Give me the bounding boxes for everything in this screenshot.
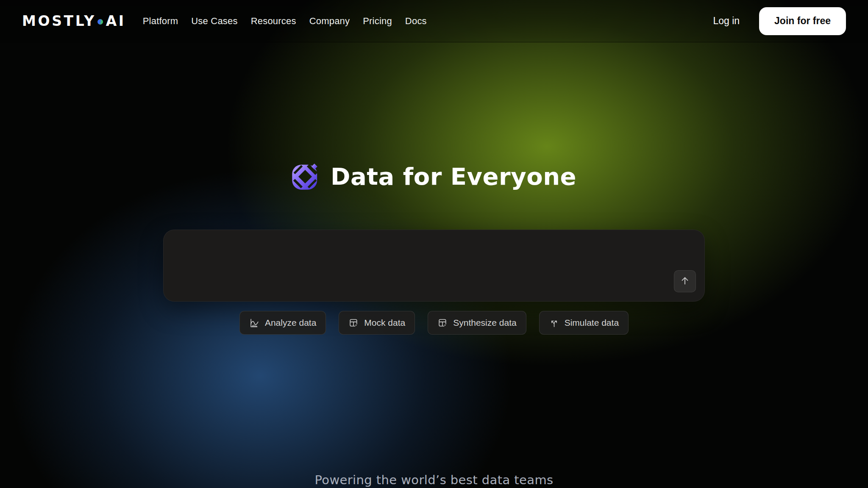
prompt-box[interactable] — [163, 230, 705, 302]
histogram-chart-icon — [249, 318, 260, 328]
table-sparkle-icon — [348, 318, 359, 328]
quick-action-mock-data[interactable]: Mock data — [339, 311, 415, 335]
nav-actions: Log in Join for free — [713, 7, 846, 35]
arrow-up-icon — [679, 275, 690, 288]
brand-logo[interactable]: MOSTLY AI — [22, 13, 126, 29]
branch-arrows-icon — [549, 318, 559, 328]
nav-item-platform[interactable]: Platform — [143, 16, 178, 27]
footer-tagline: Powering the world’s best data teams — [0, 473, 868, 487]
quick-action-label: Analyze data — [265, 318, 316, 328]
nav-item-pricing[interactable]: Pricing — [363, 16, 392, 27]
join-for-free-button[interactable]: Join for free — [759, 7, 846, 35]
nav-item-resources[interactable]: Resources — [251, 16, 296, 27]
quick-actions-row: Analyze data Mock data Synthesize data — [0, 311, 868, 335]
prompt-input[interactable] — [175, 238, 664, 293]
quick-action-label: Simulate data — [565, 318, 619, 328]
nav-item-use-cases[interactable]: Use Cases — [191, 16, 237, 27]
logo-dot-icon — [97, 19, 103, 25]
nav-item-company[interactable]: Company — [309, 16, 350, 27]
hero-title: Data for Everyone — [331, 163, 576, 190]
main-nav: Platform Use Cases Resources Company Pri… — [143, 16, 427, 27]
sparkle-logo-icon — [292, 163, 319, 190]
quick-action-simulate-data[interactable]: Simulate data — [539, 311, 629, 335]
hero-section: Data for Everyone — [0, 163, 868, 190]
quick-action-analyze-data[interactable]: Analyze data — [239, 311, 326, 335]
top-nav-bar: MOSTLY AI Platform Use Cases Resources C… — [0, 0, 868, 42]
logo-text-right: AI — [106, 13, 126, 29]
quick-action-label: Synthesize data — [453, 318, 516, 328]
submit-button[interactable] — [674, 270, 696, 292]
quick-action-synthesize-data[interactable]: Synthesize data — [428, 311, 526, 335]
logo-text-left: MOSTLY — [22, 13, 96, 29]
nav-item-docs[interactable]: Docs — [405, 16, 427, 27]
login-link[interactable]: Log in — [713, 15, 740, 27]
quick-action-label: Mock data — [364, 318, 405, 328]
table-sparkle-icon — [437, 318, 448, 328]
